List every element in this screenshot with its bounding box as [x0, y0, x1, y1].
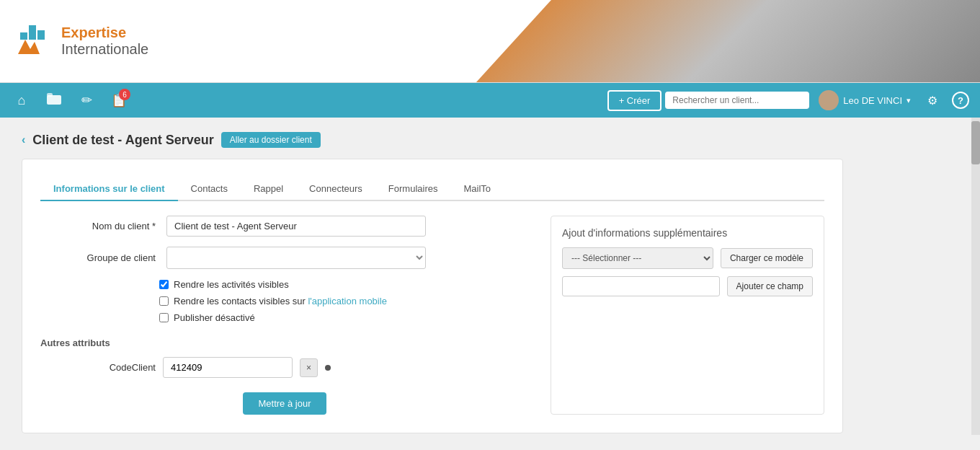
codeclient-row: CodeClient ×	[40, 357, 529, 378]
checkbox-contacts-mobile: Rendre les contacts visibles sur l'appli…	[159, 296, 529, 306]
back-button[interactable]: ‹	[22, 133, 25, 146]
update-button[interactable]: Mettre à jour	[243, 392, 327, 415]
checkbox-activites-input[interactable]	[159, 280, 169, 289]
search-input[interactable]	[665, 92, 809, 109]
avatar	[819, 90, 839, 110]
user-name: Leo DE VINCI	[843, 95, 902, 106]
help-btn[interactable]: ?	[948, 88, 973, 112]
logo-text: Expertise Internationale	[61, 25, 148, 58]
times-icon: ×	[306, 363, 311, 373]
navbar: ⌂ ✏ 📋 6 + Créer Leo DE VINCI ▾ ⚙ ?	[0, 83, 980, 118]
tab-contacts[interactable]: Contacts	[178, 177, 241, 201]
svg-marker-3	[18, 40, 40, 54]
checkbox-publisher-label: Publisher désactivé	[174, 312, 255, 323]
groupe-label: Groupe de client	[40, 252, 156, 263]
ajouter-champ-btn[interactable]: Ajouter ce champ	[727, 276, 813, 296]
attr-dot-indicator	[325, 365, 331, 371]
checkboxes-section: Rendre les activités visibles Rendre les…	[40, 279, 529, 323]
right-panel-title: Ajout d'informations supplémentaires	[562, 227, 813, 239]
tab-formulaires[interactable]: Formulaires	[375, 177, 451, 201]
groupe-row: Groupe de client	[40, 247, 529, 269]
nav-pen-btn[interactable]: ✏	[72, 86, 101, 115]
codeclient-clear-btn[interactable]: ×	[300, 358, 318, 377]
checkbox-contacts-mobile-label: Rendre les contacts visibles sur l'appli…	[174, 296, 387, 306]
checkbox-activites-label: Rendre les activités visibles	[174, 279, 289, 290]
logo-line2: Internationale	[61, 41, 148, 58]
right-panel-select[interactable]: --- Sélectionner ---	[562, 247, 713, 269]
svg-rect-2	[20, 32, 27, 40]
logo-line1: Expertise	[61, 25, 148, 41]
svg-point-7	[820, 103, 837, 110]
user-menu[interactable]: Leo DE VINCI ▾	[813, 87, 917, 113]
tab-info[interactable]: Informations sur le client	[40, 177, 178, 201]
svg-point-6	[824, 92, 834, 102]
tab-connecteurs[interactable]: Connecteurs	[296, 177, 375, 201]
checkbox-contacts-mobile-input[interactable]	[159, 296, 169, 306]
folder-icon	[47, 93, 61, 108]
pen-icon: ✏	[81, 92, 92, 108]
nom-input[interactable]	[166, 216, 426, 237]
form-panel: Informations sur le client Contacts Rapp…	[22, 159, 843, 433]
checkbox-activites: Rendre les activités visibles	[159, 279, 529, 290]
create-button[interactable]: + Créer	[607, 90, 662, 111]
scrollbar[interactable]	[971, 118, 980, 435]
scrollbar-thumb[interactable]	[971, 121, 980, 164]
tabs: Informations sur le client Contacts Rapp…	[40, 177, 824, 201]
nom-row: Nom du client *	[40, 216, 529, 237]
checkbox-publisher-input[interactable]	[159, 313, 169, 322]
dossier-button[interactable]: Aller au dossier client	[221, 132, 321, 148]
autres-title: Autres attributs	[40, 338, 529, 348]
right-panel: Ajout d'informations supplémentaires ---…	[551, 216, 824, 415]
home-icon: ⌂	[18, 93, 26, 108]
charger-modele-btn[interactable]: Charger ce modèle	[721, 248, 813, 268]
codeclient-label: CodeClient	[40, 362, 156, 373]
header-bg-image	[476, 0, 980, 83]
gear-icon: ⚙	[927, 94, 937, 107]
logo: Expertise Internationale	[0, 22, 148, 61]
tab-rappel[interactable]: Rappel	[241, 177, 296, 201]
tab-mailto[interactable]: MailTo	[450, 177, 504, 201]
main-content: ‹ Client de test - Agent Serveur Aller a…	[0, 118, 865, 448]
svg-rect-1	[37, 30, 45, 40]
checkbox-contacts-mobile-text: Rendre les contacts visibles sur	[174, 296, 308, 306]
right-panel-input-row: Ajouter ce champ	[562, 276, 813, 296]
nav-badge: 6	[119, 89, 130, 100]
settings-btn[interactable]: ⚙	[920, 88, 945, 112]
right-panel-input[interactable]	[562, 276, 720, 296]
nav-clipboard-btn[interactable]: 📋 6	[104, 86, 133, 115]
svg-rect-5	[47, 93, 53, 97]
codeclient-input[interactable]	[163, 357, 293, 378]
svg-rect-0	[29, 25, 36, 40]
user-chevron-icon: ▾	[906, 96, 911, 105]
app-mobile-link[interactable]: l'application mobile	[308, 296, 386, 306]
autres-attributs: Autres attributs CodeClient ×	[40, 338, 529, 378]
help-icon: ?	[952, 92, 969, 109]
logo-icon	[14, 22, 54, 61]
nom-label: Nom du client *	[40, 221, 156, 231]
checkbox-publisher: Publisher désactivé	[159, 312, 529, 323]
two-col-layout: Nom du client * Groupe de client Rendre …	[40, 216, 824, 415]
nav-folder-btn[interactable]	[40, 86, 68, 115]
page-title: Client de test - Agent Serveur	[32, 133, 213, 148]
right-panel-select-row: --- Sélectionner --- Charger ce modèle	[562, 247, 813, 269]
nav-home-btn[interactable]: ⌂	[7, 86, 36, 115]
header-banner: Expertise Internationale	[0, 0, 980, 83]
left-column: Nom du client * Groupe de client Rendre …	[40, 216, 529, 415]
groupe-select[interactable]	[166, 247, 426, 269]
breadcrumb: ‹ Client de test - Agent Serveur Aller a…	[22, 132, 843, 148]
